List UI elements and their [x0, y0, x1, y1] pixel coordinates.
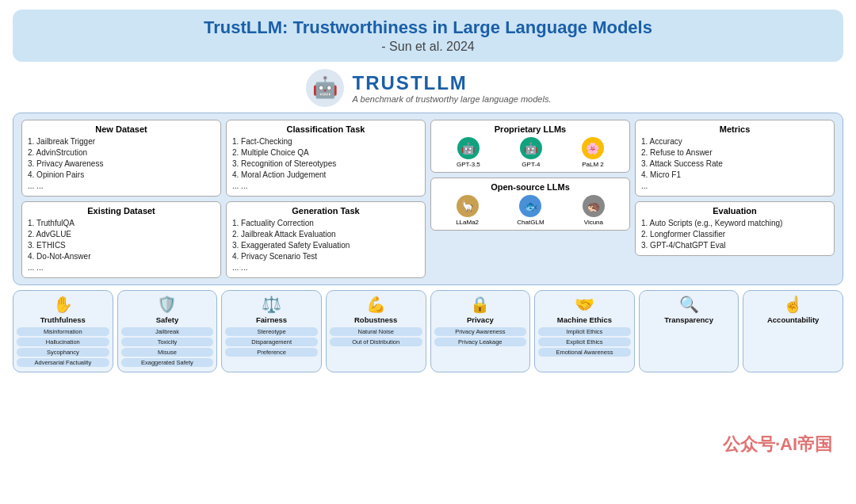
llama2-icon: 🦙 [457, 195, 479, 217]
pillar-tag-1-0: Jailbreak [121, 327, 214, 336]
vicuna-icon: 🦔 [583, 195, 605, 217]
classification-task-title: Classification Task [232, 124, 419, 134]
logo-tagline: A benchmark of trustworthy large languag… [353, 94, 552, 104]
classification-task-card: Classification Task 1. Fact-Checking 2. … [226, 120, 426, 197]
chatglm-logo: 🐟 ChatGLM [517, 195, 544, 226]
pillar-title-2: Fairness [256, 315, 287, 324]
proprietary-llms-title: Proprietary LLMs [437, 124, 624, 134]
pillar-card-safety: 🛡️SafetyJailbreakToxicityMisuseExaggerat… [117, 290, 218, 372]
opensource-llm-logos: 🦙 LLaMa2 🐟 ChatGLM 🦔 Vicuna [437, 195, 624, 226]
opensource-llms-title: Open-source LLMs [437, 182, 624, 192]
generation-task-items: 1. Factuality Correction 2. Jailbreak At… [232, 218, 419, 273]
pillar-title-6: Transparency [664, 315, 713, 324]
pillar-tag-4-0: Privacy Awareness [434, 327, 527, 336]
llama2-logo: 🦙 LLaMa2 [456, 195, 479, 226]
pillars-container: ✋TruthfulnessMisinformationHallucination… [13, 290, 843, 372]
pillar-icon-7: ☝️ [783, 295, 803, 314]
framework-container: New Dataset 1. Jailbreak Trigger 2. Advi… [13, 113, 843, 285]
pillar-card-truthfulness: ✋TruthfulnessMisinformationHallucination… [13, 290, 113, 372]
pillar-tag-3-0: Natural Noise [330, 327, 422, 336]
pillar-tag-1-1: Toxicity [121, 338, 214, 346]
pillar-card-robustness: 💪RobustnessNatural NoiseOut of Distribut… [326, 290, 426, 372]
metrics-items: 1. Accuracy 2. Refuse to Answer 3. Attac… [641, 136, 828, 192]
proprietary-llm-logos: 🤖 GPT-3.5 🤖 GPT-4 🌸 PaLM 2 [437, 137, 624, 168]
pillar-icon-3: 💪 [366, 295, 386, 314]
pillar-icon-5: 🤝 [575, 295, 594, 314]
generation-task-card: Generation Task 1. Factuality Correction… [226, 201, 426, 278]
gpt4-icon: 🤖 [520, 137, 542, 159]
pillar-title-0: Truthfulness [40, 315, 86, 324]
vicuna-logo: 🦔 Vicuna [583, 195, 605, 226]
gpt35-icon: 🤖 [457, 137, 480, 159]
metrics-title: Metrics [641, 124, 828, 134]
pillar-card-machine-ethics: 🤝Machine EthicsImplicit EthicsExplicit E… [534, 290, 635, 372]
pillar-icon-6: 🔍 [679, 295, 699, 314]
svg-text:🤖: 🤖 [312, 74, 338, 100]
header-block: TrustLLM: Trustworthiness in Large Langu… [13, 10, 843, 62]
existing-dataset-items: 1. TruthfulQA 2. AdvGLUE 3. ETHICS 4. Do… [28, 218, 215, 273]
pillar-tag-0-2: Sycophancy [17, 348, 109, 357]
pillar-tag-2-0: Stereotype [225, 327, 318, 336]
existing-dataset-card: Existing Dataset 1. TruthfulQA 2. AdvGLU… [21, 201, 221, 278]
proprietary-llms-card: Proprietary LLMs 🤖 GPT-3.5 🤖 GPT-4 🌸 PaL… [430, 120, 630, 173]
pillar-tag-1-2: Misuse [121, 348, 214, 357]
pillar-tag-1-3: Exaggerated Safety [121, 358, 214, 367]
gpt35-label: GPT-3.5 [457, 161, 480, 168]
pillar-icon-1: 🛡️ [157, 295, 177, 314]
pillar-title-4: Privacy [467, 315, 494, 324]
subtitle: - Sun et al. 2024 [29, 40, 827, 54]
existing-dataset-title: Existing Dataset [28, 206, 215, 216]
pillar-title-1: Safety [156, 315, 179, 324]
new-dataset-items: 1. Jailbreak Trigger 2. AdvinStrcution 3… [28, 136, 215, 192]
evaluation-items: 1. Auto Scripts (e.g., Keyword matching)… [641, 218, 828, 251]
pillar-title-7: Accountability [767, 315, 819, 324]
metrics-card: Metrics 1. Accuracy 2. Refuse to Answer … [635, 120, 835, 197]
gpt35-logo: 🤖 GPT-3.5 [457, 137, 480, 168]
pillar-icon-2: ⚖️ [262, 295, 281, 314]
main-title: TrustLLM: Trustworthiness in Large Langu… [29, 17, 827, 38]
pillar-tag-5-1: Explicit Ethics [538, 338, 631, 346]
pillar-tag-3-1: Out of Distribution [330, 338, 422, 346]
gpt4-label: GPT-4 [522, 161, 540, 168]
pillar-title-3: Robustness [354, 315, 397, 324]
vicuna-label: Vicuna [584, 219, 603, 226]
palm2-logo: 🌸 PaLM 2 [582, 137, 604, 168]
pillar-tag-4-1: Privacy Leakage [434, 338, 527, 346]
logo-area: 🤖 TRUSTLLM A benchmark of trustworthy la… [0, 68, 856, 108]
framework-col-2: Classification Task 1. Fact-Checking 2. … [226, 120, 426, 278]
pillar-tag-2-2: Preference [225, 348, 318, 357]
pillar-card-transparency: 🔍Transparency [639, 290, 739, 372]
pillar-tag-0-0: Misinformation [17, 327, 109, 336]
palm2-icon: 🌸 [582, 137, 604, 159]
chatglm-icon: 🐟 [519, 195, 541, 217]
watermark: 公众号·AI帝国 [723, 433, 832, 456]
chatglm-label: ChatGLM [517, 219, 544, 226]
framework-col-3: Proprietary LLMs 🤖 GPT-3.5 🤖 GPT-4 🌸 PaL… [430, 120, 630, 278]
pillar-tag-5-0: Implicit Ethics [538, 327, 631, 336]
pillar-tag-2-1: Disparagement [225, 338, 318, 346]
llama2-label: LLaMa2 [456, 219, 479, 226]
logo-name: TRUSTLLM [353, 72, 552, 94]
pillar-title-5: Machine Ethics [557, 315, 612, 324]
pillar-tag-0-3: Adversarial Factuality [17, 358, 109, 367]
generation-task-title: Generation Task [232, 206, 419, 216]
new-dataset-card: New Dataset 1. Jailbreak Trigger 2. Advi… [21, 120, 221, 197]
new-dataset-title: New Dataset [28, 124, 215, 134]
palm2-label: PaLM 2 [582, 161, 604, 168]
trustllm-logo-icon: 🤖 [305, 68, 345, 108]
evaluation-card: Evaluation 1. Auto Scripts (e.g., Keywor… [635, 201, 835, 256]
gpt4-logo: 🤖 GPT-4 [520, 137, 542, 168]
logo-text: TRUSTLLM A benchmark of trustworthy larg… [353, 72, 552, 104]
pillar-card-fairness: ⚖️FairnessStereotypeDisparagementPrefere… [221, 290, 322, 372]
opensource-llms-card: Open-source LLMs 🦙 LLaMa2 🐟 ChatGLM 🦔 Vi… [430, 178, 630, 231]
pillar-tag-5-2: Emotional Awareness [538, 348, 631, 357]
evaluation-title: Evaluation [641, 206, 828, 216]
classification-task-items: 1. Fact-Checking 2. Multiple Choice QA 3… [232, 136, 419, 192]
pillar-icon-4: 🔒 [470, 295, 490, 314]
framework-col-4: Metrics 1. Accuracy 2. Refuse to Answer … [635, 120, 835, 278]
framework-col-1: New Dataset 1. Jailbreak Trigger 2. Advi… [21, 120, 221, 278]
pillar-icon-0: ✋ [53, 295, 73, 314]
pillar-tag-0-1: Hallucination [17, 338, 109, 346]
pillar-card-privacy: 🔒PrivacyPrivacy AwarenessPrivacy Leakage [430, 290, 531, 372]
pillar-card-accountability: ☝️Accountability [743, 290, 843, 372]
